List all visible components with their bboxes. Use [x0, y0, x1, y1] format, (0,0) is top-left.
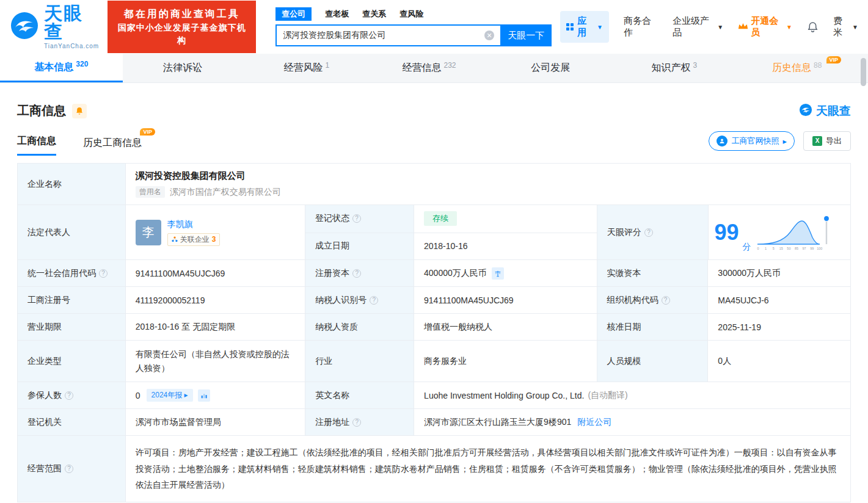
question-icon[interactable]: ?	[644, 228, 653, 237]
search-button[interactable]: 天眼一下	[500, 24, 552, 46]
company-name-value[interactable]: 漯河投资控股集团有限公司	[136, 170, 246, 182]
tab-business-info[interactable]: 经营信息232	[368, 54, 491, 82]
score-ticks: 0151550859799100	[757, 247, 822, 250]
reg-status-cell: 存续	[414, 205, 597, 233]
question-icon[interactable]: ?	[352, 418, 361, 427]
subscribe-bell-icon[interactable]	[72, 104, 87, 118]
watermark-logo-text: 天眼查	[816, 103, 851, 119]
caret-down-icon: ▼	[786, 24, 792, 31]
related-companies-tag[interactable]: 关联企业 3	[167, 233, 221, 246]
tab-history-info[interactable]: VIP 历史信息88	[735, 54, 858, 82]
search-block: 查公司 查老板 查关系 查风险 ✕ 天眼一下	[275, 7, 552, 46]
scope-label: 经营范围	[27, 463, 62, 474]
en-name-value: Luohe Investment Holding Group Co., Ltd.	[424, 391, 584, 400]
svg-text:99: 99	[810, 247, 814, 250]
orgcode-value: MA45UJCJ-6	[708, 287, 850, 314]
tab-count: 88	[814, 61, 822, 70]
brand-slogan: 都在用的商业查询工具 国家中小企业发展子基金旗下机构	[108, 1, 256, 53]
industry-value: 商务服务业	[414, 341, 597, 382]
question-icon[interactable]: ?	[65, 465, 73, 473]
address-label: 注册地址	[315, 417, 349, 428]
score-value: 99	[715, 222, 739, 244]
related-label: 关联企业	[180, 234, 210, 245]
logo-wave-icon	[10, 11, 39, 43]
official-snapshot-button[interactable]: 工商官网快照 ▸	[709, 131, 795, 151]
svg-text:50: 50	[787, 247, 790, 250]
staff-value: 0人	[708, 341, 850, 382]
search-tab-risk[interactable]: 查风险	[399, 7, 423, 21]
search-tab-relation[interactable]: 查关系	[362, 7, 386, 21]
score-unit: 分	[743, 242, 751, 253]
user-name-label: 费米	[833, 15, 850, 38]
nav-enterprise-products[interactable]: 企业级产品 ▼	[673, 15, 723, 38]
search-tab-boss[interactable]: 查老板	[325, 7, 349, 21]
svg-text:100: 100	[817, 247, 822, 250]
subtab-history-business-info[interactable]: VIP 历史工商信息	[83, 137, 142, 156]
export-button[interactable]: X 导出	[803, 131, 851, 151]
tab-intellectual-property[interactable]: 知识产权3	[613, 54, 736, 82]
question-icon[interactable]: ?	[370, 296, 378, 305]
annual-report-tag[interactable]: 2024年报 ▸	[147, 389, 193, 402]
snapshot-camera-icon	[717, 136, 728, 147]
nearby-companies-link[interactable]: 附近公司	[577, 417, 611, 428]
search-clear-icon[interactable]: ✕	[484, 31, 494, 40]
table-row: 营业期限 2018-10-16 至 无固定期限 纳税人资质 增值税一般纳税人 核…	[18, 314, 850, 341]
tab-legal-litigation[interactable]: 法律诉讼	[123, 54, 246, 82]
tianyancha-logo[interactable]: 天眼查 TianYanCha.com	[10, 4, 99, 49]
svg-text:85: 85	[795, 247, 798, 250]
legal-rep-cell: 李 李凯旗 关联企业 3	[126, 205, 305, 260]
page-scrollbar-thumb[interactable]	[861, 58, 866, 86]
former-name-value: 漯河市国信产权交易有限公司	[170, 187, 281, 198]
nav-business-cooperation[interactable]: 商务合作	[624, 15, 658, 38]
industry-label: 行业	[305, 341, 414, 382]
legal-rep-label: 法定代表人	[18, 205, 126, 260]
logo-brand-text: 天眼查	[44, 4, 99, 41]
question-icon[interactable]: ?	[352, 269, 361, 278]
legal-rep-name-link[interactable]: 李凯旗	[167, 219, 221, 230]
capital-scale-icon[interactable]	[492, 267, 504, 280]
slogan-line2: 国家中小企业发展子基金旗下机构	[116, 21, 247, 47]
insured-label-cell: 参保人数 ?	[18, 382, 126, 409]
question-icon[interactable]: ?	[99, 269, 108, 278]
tab-label: 基本信息	[34, 61, 73, 74]
paidcap-value: 300000万人民币	[708, 260, 850, 287]
section-title: 工商信息	[17, 103, 66, 119]
tab-company-development[interactable]: 公司发展	[491, 54, 613, 82]
subtab-row: 工商信息 VIP 历史工商信息 工商官网快照 ▸ X 导出	[17, 131, 851, 156]
authority-label: 登记机关	[18, 409, 126, 436]
nav-open-vip[interactable]: 开通会员 ▼	[738, 15, 792, 38]
address-value: 漯河市源汇区太行山路玉兰大厦9楼901	[424, 417, 571, 428]
legal-rep-avatar[interactable]: 李	[136, 220, 161, 245]
search-tab-company[interactable]: 查公司	[275, 7, 312, 21]
insured-cell: 0 2024年报 ▸	[126, 382, 306, 409]
question-icon[interactable]: ?	[352, 214, 361, 223]
vip-badge: VIP	[826, 56, 842, 63]
established-label: 成立日期	[305, 233, 414, 261]
question-icon[interactable]: ?	[65, 391, 73, 400]
svg-text:15: 15	[779, 247, 782, 250]
user-menu[interactable]: 费米 ▼	[833, 15, 858, 38]
taxid-label: 纳税人识别号	[315, 295, 367, 306]
tab-count: 232	[444, 61, 456, 70]
caret-down-icon: ▼	[852, 24, 858, 31]
arrow-right-icon: ▸	[782, 137, 787, 146]
insured-chart-icon[interactable]	[198, 389, 210, 402]
type-label: 企业类型	[18, 341, 126, 382]
subtab-business-info[interactable]: 工商信息	[17, 135, 56, 156]
apps-menu[interactable]: 应用 ▼	[560, 11, 609, 43]
notification-bell-icon[interactable]	[807, 21, 819, 33]
insured-value: 0	[136, 391, 140, 400]
main-content: 工商信息 天眼查 工商信息 VIP 历史工商信息 工商官网快照 ▸	[0, 103, 868, 502]
search-input[interactable]	[275, 24, 500, 46]
score-cell[interactable]: 99 分 0151550859799100	[709, 205, 850, 260]
authority-value: 漯河市市场监督管理局	[126, 409, 306, 436]
company-name-label: 企业名称	[18, 164, 126, 205]
term-label: 营业期限	[18, 314, 126, 341]
taxq-value: 增值税一般纳税人	[414, 314, 597, 341]
tab-operation-risk[interactable]: 经营风险1	[245, 54, 368, 82]
score-label-cell: 天眼评分 ?	[597, 205, 709, 260]
tab-basic-info[interactable]: 基本信息320	[0, 54, 123, 82]
question-icon[interactable]: ?	[662, 296, 670, 305]
staff-label: 人员规模	[597, 341, 709, 382]
nav-business-label: 商务合作	[624, 15, 658, 38]
